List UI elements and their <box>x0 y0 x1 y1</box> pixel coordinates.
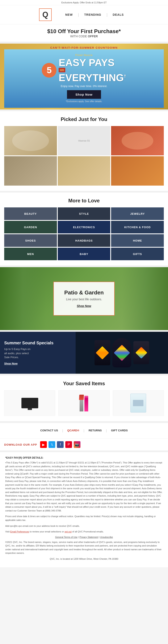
exclusions-text: *Exclusions apply. See offer details. <box>66 100 102 105</box>
countdown-word: COUNTDOWN <box>96 46 118 49</box>
saved-item-tv[interactable] <box>4 390 55 416</box>
saved-section: Your Saved Items <box>0 375 168 421</box>
product-placeholder: Hisense 55 <box>58 126 110 156</box>
legal-links-row: General Terms of Use | Privacy Statement… <box>5 536 163 538</box>
picked-title: Picked Just for You <box>4 116 164 122</box>
main-nav: NEW | TRENDING | DEALS <box>60 12 129 17</box>
download-app-label: DOWNLOAD OUR APP <box>4 443 37 446</box>
footer-gift-cards[interactable]: GIFT CARDS <box>107 427 132 434</box>
countdown-inner: Final Hours 5 EASY PAYS on EVERYTHING† E… <box>4 49 164 108</box>
picked-section: Picked Just for You Hisense 55 <box>0 111 168 191</box>
enjoy-text: Enjoy now. Pay over time. 0% interest. <box>61 84 107 88</box>
nav-item-trending[interactable]: TRENDING <box>79 13 106 16</box>
legal-copyright: ©2021 QVC, Inc. The brand names, slogans… <box>5 540 163 555</box>
patio-subtitle: Live your best life outdoors. <box>64 298 104 301</box>
easy-pays-row: 5 EASY PAYS on EVERYTHING† <box>42 58 126 83</box>
category-jewelry[interactable]: JEWELRY <box>111 208 164 220</box>
legal-body2: Prices and show date & times are subject… <box>5 514 163 522</box>
saved-grid <box>4 390 164 416</box>
opt-out-link[interactable]: opt out <box>64 530 72 533</box>
summer-shop-now-button[interactable]: Shop Now <box>4 362 71 365</box>
product-box-shape <box>130 394 146 412</box>
email-preferences-link[interactable]: Email Preferences <box>10 530 29 533</box>
terms-link[interactable]: General Terms of Use <box>55 536 77 538</box>
twitter-icon[interactable]: 𝕏 <box>49 441 55 448</box>
category-men[interactable]: MEN <box>4 248 57 260</box>
category-kitchen[interactable]: KITCHEN & FOOD <box>111 221 164 234</box>
patio-shop-now-button[interactable]: Shop Now <box>77 304 91 308</box>
facebook-icon[interactable]: f <box>57 441 64 448</box>
product-item-2[interactable] <box>111 126 164 156</box>
category-beauty[interactable]: BEAUTY <box>4 208 57 220</box>
more-title: More to Love <box>4 198 164 204</box>
more-section: More to Love BEAUTY STYLE JEWELRY GARDEN… <box>0 192 168 266</box>
youtube-icon[interactable]: ▶ <box>40 441 47 448</box>
speaker-2 <box>112 338 131 368</box>
summer-title: Summer Sound Specials <box>4 340 71 346</box>
category-home[interactable]: HOME <box>111 234 164 247</box>
lipstick-shape <box>80 395 88 412</box>
easy-pays-text: EASY PAYS on EVERYTHING† <box>59 58 126 83</box>
saved-item-lipstick[interactable] <box>58 390 109 416</box>
cant-wait-label: CAN'T-WAIT-FOR-SUMMER COUNTDOWN <box>4 46 164 49</box>
category-handbags[interactable]: HANDBAGS <box>58 234 110 247</box>
summer-desc: Up to 5 Easy Pays on all audio, plus sel… <box>4 347 71 360</box>
product-grid: Hisense 55 <box>4 126 164 186</box>
everything-text: EVERYTHING† <box>59 73 126 83</box>
top-bar: Exclusions Apply. Offer Ends at 11:59pm … <box>0 0 168 5</box>
pinterest-icon[interactable]: P <box>65 441 72 448</box>
legal-section: *EASY PAY(R) OFFER DETAILS: •This 5 Easy… <box>0 452 168 567</box>
legal-address: QVC, Inc. is located at 1200 Wilson Driv… <box>5 557 163 561</box>
saved-item-box[interactable] <box>113 390 164 416</box>
category-style[interactable]: STYLE <box>58 208 110 220</box>
product-item-0[interactable] <box>4 126 57 156</box>
summer-right <box>76 332 168 374</box>
final-hours-label: Final Hours <box>75 54 93 56</box>
product-item-1[interactable]: Hisense 55 <box>58 126 110 156</box>
product-item-3[interactable] <box>4 156 57 186</box>
product-item-5[interactable] <box>111 156 164 186</box>
category-garden[interactable]: GARDEN <box>4 221 57 234</box>
patio-title: Patio & Garden <box>64 290 104 296</box>
header: Q NEW | TRENDING | DEALS <box>0 5 168 24</box>
nav-item-deals[interactable]: DEALS <box>107 13 129 16</box>
speaker-1 <box>94 340 110 365</box>
speaker-3 <box>133 341 149 364</box>
category-shoes[interactable]: SHOES <box>4 234 57 247</box>
promo-main-text: $10 Off Your First Purchase* <box>4 28 164 34</box>
summer-section: Summer Sound Specials Up to 5 Easy Pays … <box>0 332 168 374</box>
top-bar-text: Exclusions Apply. Offer Ends at 11:59pm … <box>61 1 106 4</box>
footer-links-section: CONTACT US | QCARD® | RETURNS | GIFT CAR… <box>0 423 168 438</box>
number-circle: 5 <box>42 63 57 78</box>
patio-section: Patio & Garden Live your best life outdo… <box>0 267 168 330</box>
legal-body4: Visit Email Preferences to review your e… <box>5 530 163 534</box>
footer-qcard[interactable]: QCARD® <box>63 427 83 434</box>
privacy-link[interactable]: Privacy Statement <box>79 536 98 538</box>
category-baby[interactable]: BABY <box>58 248 110 260</box>
legal-title: *EASY PAY(R) OFFER DETAILS: <box>5 456 163 459</box>
patio-card: Patio & Garden Live your best life outdo… <box>53 282 115 316</box>
shop-now-button[interactable]: Shop Now <box>67 90 101 99</box>
category-electronics[interactable]: ELECTRONICS <box>58 221 110 234</box>
footer-returns[interactable]: RETURNS <box>84 427 106 434</box>
social-icons: ▶ 𝕏 f P 📷 <box>40 441 80 448</box>
unsubscribe-link[interactable]: Unsubscribe <box>100 536 113 538</box>
instagram-icon[interactable]: 📷 <box>74 441 80 448</box>
promo-code: OFFER <box>88 34 98 38</box>
product-item-4[interactable] <box>58 156 110 186</box>
legal-body3: Add qvc@tc.qvc-email.com to your address… <box>5 524 163 528</box>
app-section: DOWNLOAD OUR APP ▶ 𝕏 f P 📷 <box>0 438 168 450</box>
countdown-section: CAN'T-WAIT-FOR-SUMMER COUNTDOWN Final Ho… <box>0 44 168 110</box>
promo-code-line: WITH CODE OFFER <box>4 34 164 38</box>
dagger: † <box>124 74 126 78</box>
saved-title: Your Saved Items <box>4 380 164 386</box>
footer-contact-us[interactable]: CONTACT US <box>36 427 62 434</box>
promo-banner: $10 Off Your First Purchase* WITH CODE O… <box>0 24 168 42</box>
category-gifts[interactable]: GIFTS <box>111 248 164 260</box>
tv-shape <box>22 398 38 408</box>
on-text: on <box>59 68 65 72</box>
legal-body1: •This 5 Easy Pays offer ("Offer") is val… <box>5 461 163 512</box>
nav-item-new[interactable]: NEW <box>60 13 78 16</box>
logo[interactable]: Q <box>39 8 52 21</box>
easy-pays-main-text: EASY PAYS <box>59 58 126 68</box>
